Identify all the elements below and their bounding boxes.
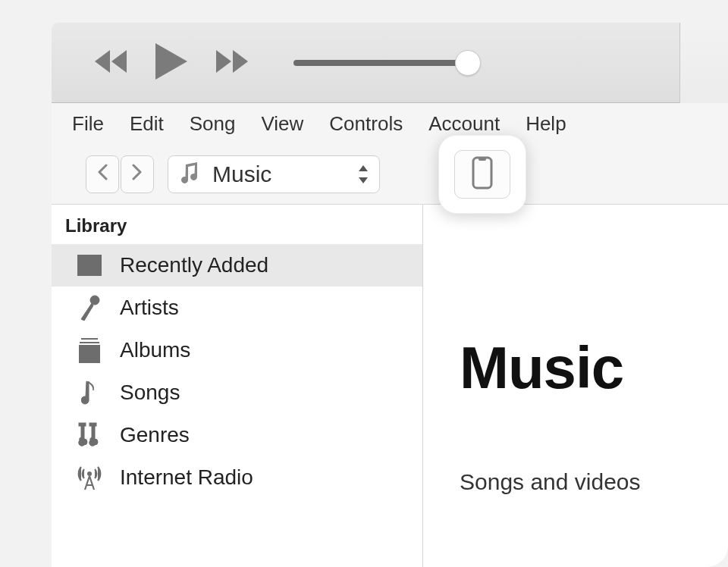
volume-thumb[interactable] (455, 50, 481, 76)
lcd-display-area (679, 23, 728, 103)
menu-song[interactable]: Song (177, 108, 249, 140)
chevron-right-icon (132, 162, 143, 186)
playback-controls (93, 43, 249, 83)
sidebar-item-label: Recently Added (120, 253, 268, 277)
player-bar (52, 23, 728, 103)
microphone-icon (76, 294, 103, 321)
volume-slider[interactable] (293, 60, 468, 66)
menu-edit[interactable]: Edit (117, 108, 177, 140)
sidebar-item-artists[interactable]: Artists (52, 287, 422, 329)
sidebar-item-songs[interactable]: Songs (52, 371, 422, 414)
svg-rect-1 (479, 158, 486, 161)
sidebar-item-label: Genres (120, 423, 190, 447)
media-type-label: Music (212, 161, 346, 187)
history-nav (86, 155, 154, 193)
device-button-inner (454, 150, 510, 199)
sidebar-item-recently-added[interactable]: Recently Added (52, 244, 422, 287)
media-type-selector[interactable]: Music (168, 155, 380, 193)
play-icon[interactable] (155, 43, 187, 83)
svg-rect-13 (89, 423, 96, 426)
nav-forward-button[interactable] (121, 155, 154, 193)
rewind-icon[interactable] (93, 50, 127, 76)
sidebar: Library Recently Added Artists Albums (52, 205, 423, 567)
music-note-icon (179, 161, 200, 187)
nav-back-button[interactable] (86, 155, 119, 193)
menu-controls[interactable]: Controls (316, 108, 416, 140)
sidebar-item-label: Internet Radio (120, 465, 253, 490)
fast-forward-icon[interactable] (216, 50, 249, 76)
main-panel: Music Songs and videos (423, 205, 728, 567)
page-title: Music (460, 334, 728, 403)
svg-rect-12 (79, 423, 86, 426)
sidebar-item-albums[interactable]: Albums (52, 329, 422, 371)
page-subtitle: Songs and videos (460, 469, 728, 495)
svg-point-14 (87, 471, 92, 476)
radio-tower-icon (76, 464, 103, 491)
sidebar-item-internet-radio[interactable]: Internet Radio (52, 456, 422, 499)
sidebar-section-header: Library (52, 205, 422, 244)
volume-track (293, 60, 468, 66)
app-window: File Edit Song View Controls Account Hel… (52, 23, 728, 567)
svg-rect-0 (473, 158, 491, 188)
device-button[interactable] (438, 135, 526, 214)
svg-rect-11 (80, 346, 99, 362)
toolbar: Music (52, 144, 728, 205)
sidebar-item-label: Artists (120, 296, 179, 320)
menu-help[interactable]: Help (513, 108, 579, 140)
song-note-icon (76, 379, 103, 406)
guitar-icon (76, 421, 103, 449)
sidebar-item-label: Songs (120, 381, 180, 405)
grid-icon (76, 252, 103, 279)
smartphone-icon (472, 156, 493, 193)
chevron-left-icon (97, 162, 108, 186)
menu-bar: File Edit Song View Controls Account Hel… (52, 103, 728, 144)
updown-stepper-icon (358, 165, 369, 183)
content-area: Library Recently Added Artists Albums (52, 205, 728, 567)
menu-file[interactable]: File (59, 108, 117, 140)
sidebar-item-label: Albums (120, 338, 190, 362)
menu-view[interactable]: View (248, 108, 316, 140)
sidebar-item-genres[interactable]: Genres (52, 414, 422, 456)
albums-icon (76, 337, 103, 364)
